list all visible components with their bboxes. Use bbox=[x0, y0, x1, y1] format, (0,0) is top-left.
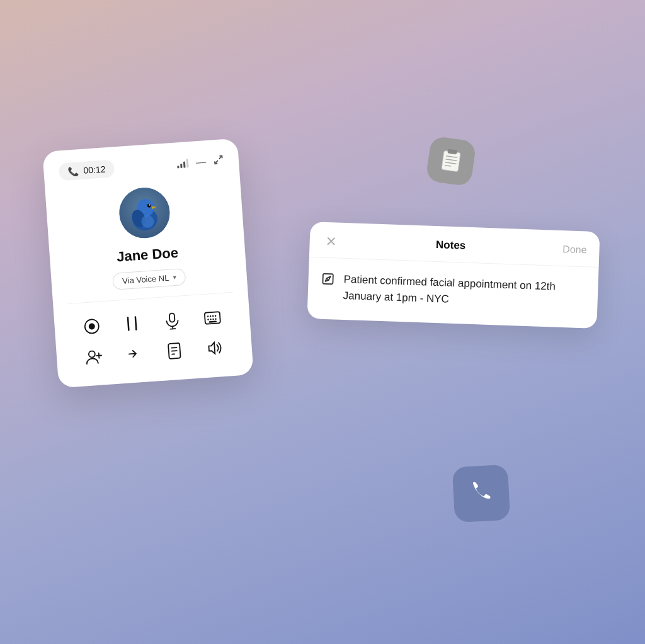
notes-content: Patient confirmed facial appointment on … bbox=[343, 271, 586, 313]
call-timer: 📞 00:12 bbox=[59, 159, 115, 181]
contact-info: Jane Doe Via Voice NL ▾ bbox=[60, 182, 233, 304]
signal-bar-2 bbox=[180, 164, 182, 168]
pause-button[interactable] bbox=[120, 312, 144, 336]
transfer-button[interactable] bbox=[122, 342, 146, 366]
svg-rect-11 bbox=[169, 313, 175, 322]
signal-bar-1 bbox=[177, 166, 179, 168]
signal-bars bbox=[177, 159, 189, 168]
svg-line-13 bbox=[170, 329, 175, 329]
timer-display: 00:12 bbox=[83, 164, 106, 175]
svg-line-9 bbox=[128, 317, 128, 330]
via-voice-dropdown[interactable]: Via Voice NL ▾ bbox=[112, 268, 186, 290]
svg-line-26 bbox=[96, 356, 101, 356]
add-person-button[interactable] bbox=[82, 344, 106, 368]
svg-line-10 bbox=[135, 317, 136, 330]
svg-rect-35 bbox=[442, 150, 460, 171]
notes-body: Patient confirmed facial appointment on … bbox=[307, 257, 598, 329]
svg-line-34 bbox=[327, 278, 329, 280]
call-header-icons: — bbox=[176, 154, 224, 170]
call-controls bbox=[69, 305, 237, 370]
speaker-button[interactable] bbox=[202, 336, 226, 360]
svg-line-29 bbox=[172, 351, 177, 351]
notes-title: Notes bbox=[340, 235, 561, 256]
keyboard-button[interactable] bbox=[200, 306, 224, 330]
via-voice-label: Via Voice NL bbox=[122, 273, 169, 286]
svg-line-23 bbox=[210, 322, 216, 322]
call-card: 📞 00:12 — bbox=[42, 138, 253, 388]
controls-row-2 bbox=[71, 336, 237, 370]
avatar bbox=[118, 186, 171, 240]
phone-icon: 📞 bbox=[67, 166, 79, 176]
expand-button[interactable] bbox=[213, 154, 224, 167]
signal-bar-3 bbox=[183, 161, 186, 167]
record-button[interactable] bbox=[80, 314, 104, 338]
contact-name: Jane Doe bbox=[116, 245, 178, 266]
phone-app-icon[interactable] bbox=[452, 465, 510, 523]
signal-bar-4 bbox=[186, 159, 189, 167]
notes-card: Notes Done Patient confirmed facial appo… bbox=[307, 222, 600, 329]
chevron-down-icon: ▾ bbox=[173, 274, 176, 281]
controls-row-1 bbox=[69, 305, 236, 339]
call-card-header: 📞 00:12 — bbox=[59, 152, 224, 181]
notes-app-icon[interactable] bbox=[425, 135, 476, 186]
minimize-button[interactable]: — bbox=[195, 156, 206, 168]
phone-app-icon-symbol bbox=[467, 477, 496, 511]
edit-icon bbox=[321, 272, 335, 290]
notes-done-button[interactable]: Done bbox=[561, 244, 587, 256]
svg-line-28 bbox=[171, 347, 176, 348]
svg-point-24 bbox=[89, 351, 96, 358]
mute-button[interactable] bbox=[160, 308, 184, 332]
notes-close-button[interactable] bbox=[322, 232, 340, 251]
contacts-button[interactable] bbox=[163, 339, 186, 363]
svg-point-8 bbox=[88, 323, 95, 330]
